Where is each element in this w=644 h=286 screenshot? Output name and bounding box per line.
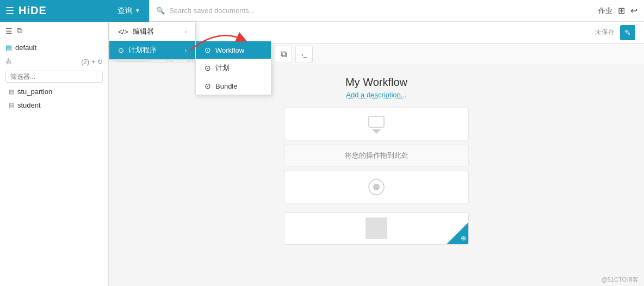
sidebar-menu-icon[interactable]: ☰	[5, 27, 13, 35]
main-layout: ☰ ⧉ ▤ default 表 (2) + ↻ ▤ stu_partion ▤ …	[0, 22, 644, 286]
workflow-title: My Workflow	[345, 76, 407, 89]
terminal-btn[interactable]: ›_	[295, 46, 313, 63]
sidebar-item-student[interactable]: ▤ student	[0, 98, 108, 112]
edit-button[interactable]: ✎	[620, 25, 635, 40]
workflow-start-node[interactable]	[284, 108, 469, 140]
plan-icon: ⊙	[205, 64, 211, 72]
table-row-icon: ▤	[9, 88, 14, 95]
terminal-icon: ›_	[301, 51, 307, 58]
workflow-title-area: My Workflow Add a description...	[345, 76, 407, 99]
db-icon: ▤	[5, 43, 12, 52]
submenu-item-bundle[interactable]: ⊙ Bundle	[196, 77, 271, 95]
dropdown-item-scheduler[interactable]: ⊙ 计划程序 › ⊙ Workflow ⊙ 计划 ⊙ Bundle	[109, 41, 195, 59]
copy-btn[interactable]: ⧉	[275, 46, 292, 63]
add-table-icon[interactable]: +	[91, 58, 95, 66]
hamburger-icon[interactable]: ☰	[5, 5, 14, 17]
workflow-drag-placeholder: 将您的操作拖到此处	[284, 145, 469, 166]
table-actions: (2) + ↻	[81, 58, 103, 66]
editor-icon: </>	[118, 28, 128, 36]
sidebar-copy-icon[interactable]: ⧉	[17, 26, 22, 35]
page-footer: @51CTO博客	[602, 276, 639, 284]
chevron-down-icon: ▼	[135, 8, 140, 14]
topbar-left: ☰ HiDE	[0, 0, 109, 22]
workflow-end-node[interactable]	[284, 171, 469, 203]
workflow-extra-node[interactable]: ⊕	[284, 212, 469, 245]
logo: HiDE	[18, 4, 47, 17]
submenu: ⊙ Workflow ⊙ 计划 ⊙ Bundle	[195, 41, 271, 95]
grid-icon[interactable]: ⊞	[618, 5, 625, 16]
unsaved-label: 未保存	[595, 28, 615, 37]
workflow-icon: ⊙	[205, 46, 211, 54]
chevron-right-icon: ›	[185, 47, 187, 53]
content-top-right: 未保存 ✎	[595, 25, 635, 40]
search-bar: 🔍 Search saved documents...	[149, 0, 598, 22]
bundle-icon: ⊙	[205, 82, 211, 90]
dropdown-menu: </> 编辑器 › ⊙ 计划程序 › ⊙ Workflow ⊙ 计划	[109, 22, 196, 60]
workflow-canvas: My Workflow Add a description... 将您的操作拖到…	[109, 65, 644, 286]
submenu-item-plan[interactable]: ⊙ 计划	[196, 59, 271, 77]
refresh-icon[interactable]: ↻	[97, 58, 103, 66]
svg-point-4	[373, 184, 380, 190]
chevron-right-icon: ›	[185, 29, 187, 35]
sidebar: ☰ ⧉ ▤ default 表 (2) + ↻ ▤ stu_partion ▤ …	[0, 22, 109, 286]
sidebar-item-stu-partion[interactable]: ▤ stu_partion	[0, 85, 108, 98]
sidebar-top: ☰ ⧉	[0, 22, 108, 40]
svg-marker-2	[372, 129, 381, 134]
sidebar-section-tables: 表 (2) + ↻	[0, 55, 108, 69]
node-corner-icon: ⊕	[461, 234, 466, 242]
svg-rect-1	[369, 116, 384, 127]
query-button[interactable]: 查询 ▼	[109, 0, 149, 22]
content-area: 计划程序 未保存 ✎ 文档 ▾ ⧉ 2 ⊞ ✦	[109, 22, 644, 286]
undo-icon[interactable]: ↩	[630, 5, 637, 16]
copy-icon: ⧉	[281, 49, 287, 59]
workflow-description[interactable]: Add a description...	[345, 91, 407, 99]
filter-input[interactable]	[5, 71, 103, 83]
topbar: ☰ HiDE 查询 ▼ 🔍 Search saved documents... …	[0, 0, 644, 22]
search-icon: 🔍	[156, 7, 165, 15]
table-row-icon: ▤	[9, 102, 14, 109]
submenu-item-workflow[interactable]: ⊙ Workflow	[196, 41, 271, 59]
scheduler-icon: ⊙	[118, 46, 124, 54]
topbar-right: 作业 ⊞ ↩	[598, 5, 644, 16]
sidebar-db-item[interactable]: ▤ default	[0, 40, 108, 55]
node-corner-badge: ⊕	[447, 222, 468, 244]
dropdown-item-editor[interactable]: </> 编辑器 ›	[109, 22, 195, 41]
node-inner-box	[366, 217, 387, 239]
